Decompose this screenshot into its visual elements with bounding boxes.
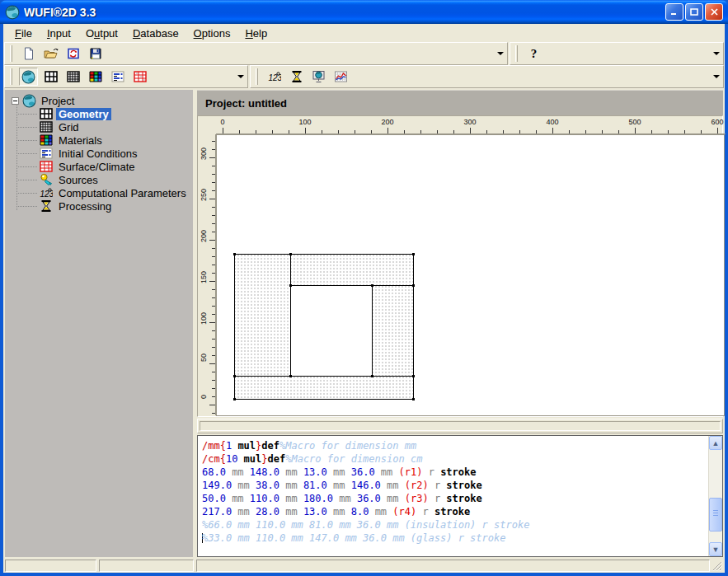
vertex-handle[interactable] — [412, 398, 415, 400]
geometry-rect-r1[interactable] — [234, 254, 291, 377]
code-editor[interactable]: /mm{1 mul}def%Macro for dimension mm/cm{… — [198, 436, 707, 556]
document-panel: Project: untitled 0100200300400500600 05… — [197, 90, 723, 557]
scroll-thumb[interactable] — [709, 498, 722, 531]
toolbar-file-band — [4, 42, 508, 65]
tree-connector — [16, 153, 38, 154]
toolbar-overflow-icon[interactable] — [237, 75, 244, 78]
ruler-label: 500 — [628, 118, 641, 126]
toolbar-overflow-icon[interactable] — [713, 75, 720, 78]
ruler-label: 150 — [200, 271, 209, 283]
toolbar-process-band: 123 — [250, 65, 724, 88]
toolbar-project-band — [4, 65, 248, 88]
toolbar-overflow-icon[interactable] — [713, 52, 720, 55]
ruler-tick — [503, 130, 504, 133]
save-button[interactable] — [86, 44, 105, 63]
geometry-rect-r4[interactable] — [234, 376, 414, 400]
titlebar[interactable]: WUFI®2D 3.3 — [0, 0, 728, 24]
project-globe-button[interactable] — [19, 68, 38, 86]
tree-item-grid[interactable]: Grid — [40, 120, 82, 133]
computational-parameters-button[interactable]: 123 — [265, 68, 284, 86]
maximize-button[interactable] — [685, 3, 703, 21]
scroll-track[interactable] — [709, 450, 722, 542]
menu-file[interactable]: File — [8, 26, 39, 41]
update-project-button[interactable] — [63, 44, 82, 63]
geometry-button[interactable] — [41, 68, 60, 86]
ruler-tick — [212, 207, 215, 208]
toolbar-overflow-icon[interactable] — [497, 52, 504, 55]
vertex-handle[interactable] — [233, 375, 236, 377]
ruler-tick — [420, 130, 421, 133]
toolbar-row-1: ? — [3, 42, 725, 65]
tree-expander-icon[interactable] — [12, 97, 19, 105]
scroll-up-button[interactable]: ▲ — [709, 436, 722, 450]
new-file-button[interactable] — [19, 44, 38, 63]
processing-button[interactable] — [287, 68, 306, 86]
toolbar-grip[interactable] — [10, 45, 12, 62]
vertex-handle[interactable] — [371, 284, 373, 287]
tree-item-sources[interactable]: Sources — [40, 173, 101, 186]
menu-options[interactable]: Options — [187, 26, 237, 41]
edit-strip — [197, 419, 723, 433]
help-button[interactable]: ? — [524, 44, 543, 63]
open-folder-button[interactable] — [41, 44, 60, 63]
initial-conditions-button[interactable] — [108, 68, 127, 86]
vertex-handle[interactable] — [412, 375, 415, 377]
ruler-tick — [212, 339, 215, 340]
ruler-tick — [437, 130, 438, 133]
project-globe-icon — [22, 94, 35, 107]
ruler-label: 200 — [381, 118, 393, 126]
scroll-down-button[interactable]: ▼ — [709, 542, 722, 556]
tree-item-label: Materials — [56, 134, 105, 147]
surface-climate-button[interactable] — [130, 68, 149, 86]
processing-icon — [40, 199, 53, 213]
computational-parameters-icon: 123 — [268, 70, 281, 83]
tree-item-surface-climate[interactable]: Surface/Climate — [40, 160, 137, 173]
menu-input[interactable]: Input — [40, 26, 77, 41]
chart-icon — [334, 70, 348, 83]
toolbar-grip[interactable] — [10, 68, 12, 85]
vertex-handle[interactable] — [289, 253, 292, 255]
menu-help[interactable]: Help — [238, 26, 274, 41]
edit-strip-field[interactable] — [200, 421, 721, 431]
tree-item-geometry[interactable]: Geometry — [40, 107, 111, 120]
materials-button[interactable] — [86, 68, 105, 86]
tree-item-project[interactable]: Project — [12, 94, 77, 107]
menu-output[interactable]: Output — [79, 26, 124, 41]
drawing-canvas[interactable] — [216, 134, 725, 416]
ruler-tick — [322, 130, 322, 133]
code-line: %33.0 mm 110.0 mm 147.0 mm 36.0 mm (glas… — [202, 532, 707, 545]
resize-grip-icon[interactable] — [712, 561, 723, 572]
results-button[interactable] — [309, 68, 328, 86]
vertex-handle[interactable] — [233, 253, 236, 255]
tree-item-materials[interactable]: Materials — [40, 133, 105, 147]
grid-button[interactable] — [63, 68, 82, 86]
vertex-handle[interactable] — [289, 284, 292, 287]
toolbar-grip[interactable] — [515, 45, 518, 62]
ruler-tick — [701, 130, 702, 133]
materials-icon — [40, 133, 53, 147]
ruler-tick — [470, 128, 471, 133]
minimize-button[interactable] — [665, 3, 683, 21]
vertex-handle[interactable] — [412, 284, 415, 287]
app-window: WUFI®2D 3.3 FileInputOutputDatabaseOptio… — [0, 0, 728, 576]
ruler-label: 600 — [711, 118, 723, 126]
vertex-handle[interactable] — [412, 253, 415, 255]
toolbar-grip[interactable] — [256, 68, 258, 85]
tree-item-processing[interactable]: Processing — [40, 199, 114, 213]
menu-database[interactable]: Database — [126, 26, 186, 41]
geometry-rect-r2[interactable] — [290, 254, 414, 286]
vertex-handle[interactable] — [371, 375, 373, 377]
vertex-handle[interactable] — [289, 375, 292, 377]
close-button[interactable] — [705, 3, 723, 21]
ruler-tick — [684, 130, 685, 133]
chart-button[interactable] — [331, 68, 350, 86]
ruler-tick — [212, 174, 215, 175]
vertex-handle[interactable] — [233, 398, 236, 400]
ruler-tick — [209, 199, 215, 199]
project-title: Project: untitled — [205, 97, 287, 110]
geometry-rect-r3[interactable] — [372, 285, 414, 377]
tree-item-initial-conditions[interactable]: Initial Conditions — [40, 147, 139, 160]
ruler-tick — [212, 396, 215, 397]
tree-item-computational-parameters[interactable]: 123Computational Parameters — [40, 186, 189, 199]
statusbar — [3, 559, 725, 573]
